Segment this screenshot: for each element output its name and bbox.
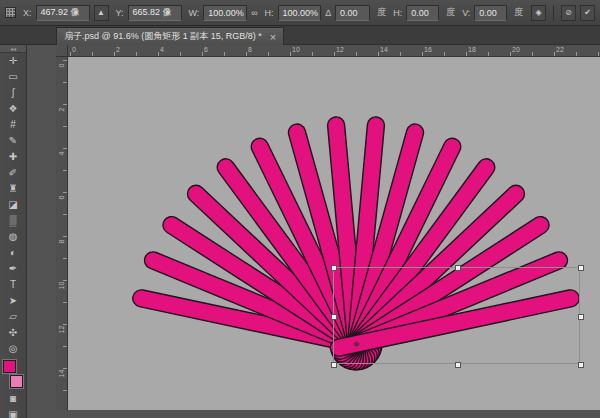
width-scale-value: 100.00%	[208, 8, 244, 18]
h-ruler-label: 2	[116, 46, 120, 53]
v-ruler-label: 2	[58, 105, 65, 115]
h-ruler-label: 22	[556, 46, 564, 53]
marquee-tool[interactable]: ▭	[2, 69, 25, 85]
height-scale-value: 100.00%	[283, 8, 319, 18]
v-ruler-label: 10	[58, 281, 65, 291]
gradient-tool[interactable]: ▒	[2, 213, 25, 229]
h-ruler-label: 12	[336, 46, 344, 53]
h-ruler-label: 14	[380, 46, 388, 53]
zoom-tool[interactable]: ◎	[2, 341, 25, 357]
transform-handle[interactable]	[455, 362, 461, 368]
quick-mask-button[interactable]: ◙	[2, 391, 25, 407]
transform-handle[interactable]	[331, 265, 337, 271]
ruler-corner	[56, 45, 68, 57]
color-swatches	[2, 359, 24, 389]
transform-box[interactable]	[333, 267, 580, 364]
vskew-label: V:	[462, 8, 470, 18]
transform-options-bar: X: 467.92 像 ▲ Y: 665.82 像 W: 100.00% ∞ H…	[0, 0, 600, 26]
x-position-input[interactable]: 467.92 像	[36, 5, 90, 21]
v-ruler-label: 14	[58, 369, 65, 379]
reference-point-locator[interactable]	[5, 7, 16, 18]
pen-tool[interactable]: ✒	[2, 261, 25, 277]
options-bar-divider	[553, 5, 554, 21]
h-ruler-label: 10	[292, 46, 300, 53]
v-ruler-label: 8	[58, 237, 65, 247]
tools-top: ✛▭ʃ❖#✎✚✐♜◪▒◍◐✒T➤▱✣◎	[2, 53, 25, 357]
hskew-label: H:	[393, 8, 402, 18]
vertical-skew-value: 0.00	[479, 8, 497, 18]
h-ruler-label: 18	[468, 46, 476, 53]
h-ruler-label: 6	[204, 46, 208, 53]
transform-handle[interactable]	[578, 314, 584, 320]
eyedropper-tool[interactable]: ✎	[2, 133, 25, 149]
rotation-angle-value: 0.00	[340, 8, 358, 18]
horizontal-skew-value: 0.00	[411, 8, 429, 18]
foreground-color-swatch[interactable]	[3, 360, 16, 373]
y-label: Y:	[116, 8, 124, 18]
y-position-input[interactable]: 665.82 像	[128, 5, 182, 21]
v-ruler-label: 6	[58, 193, 65, 203]
x-label: X:	[23, 8, 32, 18]
document-tab-bar: 扇子.psd @ 91.6% (圆角矩形 1 副本 15, RGB/8) * ×	[0, 26, 600, 45]
brush-tool[interactable]: ✐	[2, 165, 25, 181]
shape-tool[interactable]: ▱	[2, 309, 25, 325]
y-position-value: 665.82 像	[133, 6, 172, 19]
clone-stamp-tool[interactable]: ♜	[2, 181, 25, 197]
tools-collapse-button[interactable]: ◂◂	[0, 45, 26, 53]
document-tab[interactable]: 扇子.psd @ 91.6% (圆角矩形 1 副本 15, RGB/8) * ×	[56, 27, 284, 45]
healing-brush-tool[interactable]: ✚	[2, 149, 25, 165]
h-ruler-label: 0	[72, 46, 76, 53]
tools-panel: ◂◂ ✛▭ʃ❖#✎✚✐♜◪▒◍◐✒T➤▱✣◎ ◙▣	[0, 45, 27, 418]
h-label: H:	[265, 8, 274, 18]
horizontal-skew-input[interactable]: 0.00	[406, 5, 439, 21]
height-scale-input[interactable]: 100.00%	[278, 5, 322, 21]
transform-handle[interactable]	[578, 362, 584, 368]
h-ruler-label: 20	[512, 46, 520, 53]
commit-transform-button[interactable]: ✔	[580, 5, 595, 21]
dodge-tool[interactable]: ◐	[2, 245, 25, 261]
document-tab-title: 扇子.psd @ 91.6% (圆角矩形 1 副本 15, RGB/8) *	[64, 30, 262, 43]
path-selection-tool[interactable]: ➤	[2, 293, 25, 309]
w-label: W:	[189, 8, 200, 18]
angle-unit-label: 度	[377, 6, 386, 19]
eraser-tool[interactable]: ◪	[2, 197, 25, 213]
type-tool[interactable]: T	[2, 277, 25, 293]
hand-tool[interactable]: ✣	[2, 325, 25, 341]
background-color-swatch[interactable]	[10, 375, 23, 388]
cancel-transform-button[interactable]: ⊘	[561, 5, 576, 21]
v-ruler[interactable]: 02468101214	[56, 57, 68, 410]
close-document-icon[interactable]: ×	[270, 32, 276, 42]
relative-position-toggle[interactable]: ▲	[94, 5, 109, 21]
transform-handle[interactable]	[455, 265, 461, 271]
width-scale-input[interactable]: 100.00%	[203, 5, 247, 21]
blur-tool[interactable]: ◍	[2, 229, 25, 245]
move-tool[interactable]: ✛	[2, 53, 25, 69]
crop-tool[interactable]: #	[2, 117, 25, 133]
lasso-tool[interactable]: ʃ	[2, 85, 25, 101]
hskew-unit-label: 度	[446, 6, 455, 19]
vertical-skew-input[interactable]: 0.00	[474, 5, 507, 21]
v-ruler-label: 4	[58, 149, 65, 159]
link-dimensions-icon[interactable]: ∞	[251, 8, 257, 18]
h-ruler-label: 16	[424, 46, 432, 53]
v-ruler-label: 12	[58, 325, 65, 335]
rotate-angle-icon: ∆	[325, 8, 331, 18]
transform-handle[interactable]	[331, 314, 337, 320]
photoshop-window: X: 467.92 像 ▲ Y: 665.82 像 W: 100.00% ∞ H…	[0, 0, 600, 418]
h-ruler[interactable]: 024681012141618202224	[68, 45, 600, 57]
reference-point-icon[interactable]: ⌖	[351, 338, 362, 349]
transform-handle[interactable]	[578, 265, 584, 271]
tools-bottom: ◙▣	[2, 391, 25, 418]
transform-handle[interactable]	[331, 362, 337, 368]
h-ruler-label: 8	[248, 46, 252, 53]
warp-mode-toggle[interactable]: ◈	[531, 5, 546, 21]
document-window: 024681012141618202224 02468101214 ⌖	[56, 45, 600, 410]
canvas-area[interactable]: ⌖	[68, 57, 600, 410]
v-ruler-label: 0	[58, 61, 65, 71]
screen-mode-button[interactable]: ▣	[2, 407, 25, 418]
rotation-angle-input[interactable]: 0.00	[335, 5, 370, 21]
vskew-unit-label: 度	[514, 6, 523, 19]
h-ruler-label: 4	[160, 46, 164, 53]
x-position-value: 467.92 像	[41, 6, 80, 19]
quick-selection-tool[interactable]: ❖	[2, 101, 25, 117]
